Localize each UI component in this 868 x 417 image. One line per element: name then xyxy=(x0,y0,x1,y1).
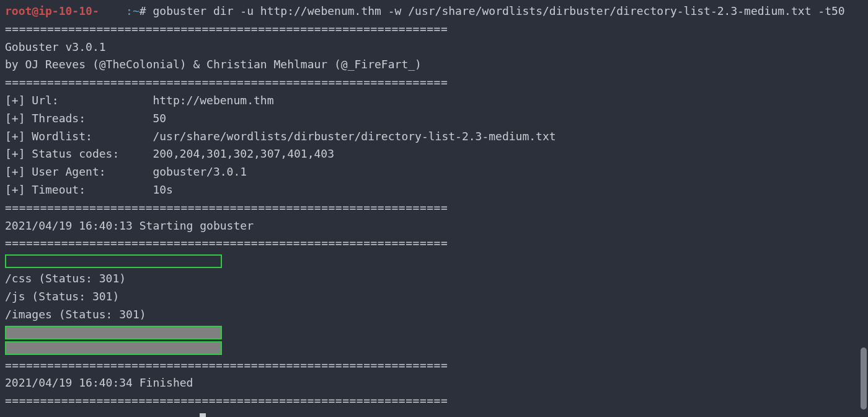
prompt-sep: : xyxy=(126,4,133,17)
divider-line: ========================================… xyxy=(5,199,863,217)
redacted-result xyxy=(5,341,222,355)
config-line: [+] Timeout: 10s xyxy=(5,181,863,199)
start-line: 2021/04/19 16:40:13 Starting gobuster xyxy=(5,217,863,235)
prompt-path: ~ xyxy=(133,4,140,17)
result-line: /images (Status: 301) xyxy=(5,306,863,324)
scrollbar-thumb[interactable] xyxy=(861,348,867,410)
divider-line: ========================================… xyxy=(5,357,863,375)
gobuster-author: by OJ Reeves (@TheColonial) & Christian … xyxy=(5,56,863,74)
next-prompt xyxy=(5,410,863,417)
finish-line: 2021/04/19 16:40:34 Finished xyxy=(5,374,863,392)
prompt-hash: # xyxy=(140,4,153,17)
gobuster-title: Gobuster v3.0.1 xyxy=(5,38,863,56)
cursor-icon xyxy=(200,413,206,417)
result-line: /css (Status: 301) xyxy=(5,270,863,288)
config-line: [+] Url: http://webenum.thm xyxy=(5,92,863,110)
divider-line: ========================================… xyxy=(5,392,863,410)
config-line: [+] Status codes: 200,204,301,302,307,40… xyxy=(5,145,863,163)
terminal-output[interactable]: root@ip-10-10- :~# gobuster dir -u http:… xyxy=(5,2,863,417)
config-line: [+] User Agent: gobuster/3.0.1 xyxy=(5,163,863,181)
divider-line: ========================================… xyxy=(5,20,863,38)
scrollbar[interactable] xyxy=(859,0,867,417)
result-line: /js (Status: 301) xyxy=(5,288,863,306)
redacted-result xyxy=(5,326,222,339)
prompt-user-host: root@ip-10-10- xyxy=(5,4,99,17)
config-line: [+] Wordlist: /usr/share/wordlists/dirbu… xyxy=(5,128,863,146)
command-text: gobuster dir -u http://webenum.thm -w /u… xyxy=(153,4,844,17)
divider-line: ========================================… xyxy=(5,74,863,92)
prompt-line: root@ip-10-10- :~# gobuster dir -u http:… xyxy=(5,2,863,20)
config-line: [+] Threads: 50 xyxy=(5,110,863,128)
config-block: [+] Url: http://webenum.thm[+] Threads: … xyxy=(5,92,863,199)
redacted-result xyxy=(5,254,222,268)
divider-line: ========================================… xyxy=(5,235,863,253)
